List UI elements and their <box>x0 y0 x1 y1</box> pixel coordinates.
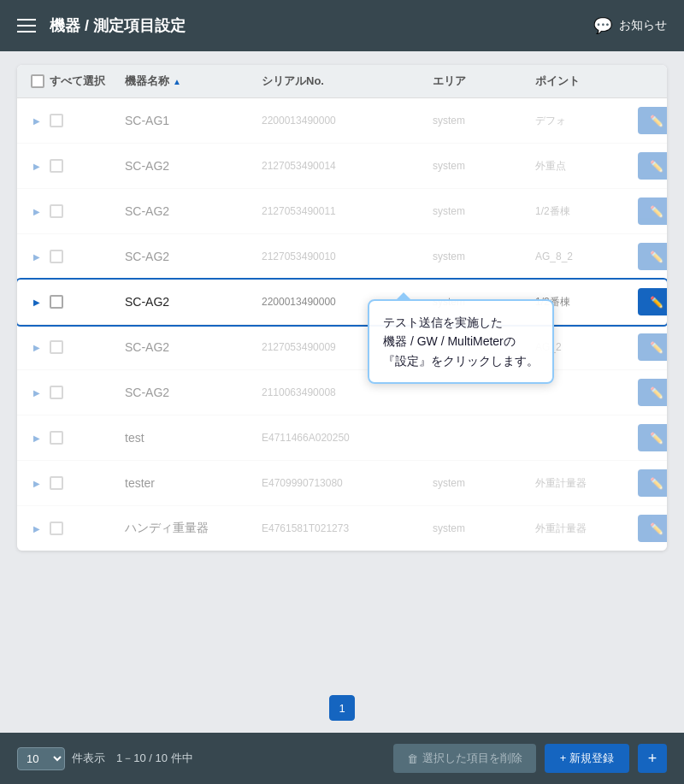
device-name-cell: SC-AG2 <box>125 204 262 218</box>
new-registration-button[interactable]: + 新規登録 <box>545 744 629 773</box>
point-cell: 外重計量器 <box>535 522 638 536</box>
setting-button[interactable]: ✏️ 設定 <box>638 515 667 542</box>
setting-button[interactable]: ✏️ 設定 <box>638 152 667 180</box>
serial-no-cell: E4711466A020250 <box>262 432 433 444</box>
setting-button[interactable]: ✏️ 設定 <box>638 379 667 406</box>
edit-icon: ✏️ <box>650 205 663 218</box>
row-checkbox[interactable] <box>50 295 63 309</box>
serial-no-cell: 2127053490011 <box>262 205 433 217</box>
bottom-left: 10 25 50 100 件表示 1－10 / 10 件中 <box>17 747 193 770</box>
table-row: ▶ SC-AG2 2127053490009 AG_2 ✏️ 設定 <box>17 325 667 370</box>
delete-label: 選択した項目を削除 <box>422 751 522 766</box>
setting-button[interactable]: ✏️ 設定 <box>638 107 667 134</box>
row-checkbox[interactable] <box>50 476 63 490</box>
delete-button[interactable]: 🗑 選択した項目を削除 <box>393 744 536 773</box>
row-controls: ▶ <box>31 476 125 490</box>
row-controls: ▶ <box>31 295 125 309</box>
expand-button[interactable]: ▶ <box>31 432 43 444</box>
table-row: ▶ SC-AG2 2127053490014 system 外重点 ✏️ 設定 <box>17 144 667 189</box>
expand-button[interactable]: ▶ <box>31 115 43 127</box>
action-cell: ✏️ 設定 <box>638 152 667 180</box>
row-checkbox[interactable] <box>50 250 63 263</box>
row-controls: ▶ <box>31 340 125 354</box>
expand-button[interactable]: ▶ <box>31 477 43 489</box>
device-name-cell: SC-AG2 <box>125 295 262 309</box>
area-cell: system <box>433 205 535 217</box>
edit-icon: ✏️ <box>650 160 663 173</box>
setting-button[interactable]: ✏️ 設定 <box>638 197 667 225</box>
row-checkbox[interactable] <box>50 431 63 445</box>
setting-button[interactable]: ✏️ 設定 <box>638 243 667 270</box>
table-row: ▶ SC-AG2 2127053490010 system AG_8_2 ✏️ … <box>17 234 667 280</box>
row-controls: ▶ <box>31 114 125 127</box>
setting-button[interactable]: ✏️ 設定 <box>638 333 667 361</box>
table-row: ▶ SC-AG2 2200013490000 system 1/2番棟 ✏️ 設… <box>17 280 667 325</box>
expand-button[interactable]: ▶ <box>31 522 43 534</box>
expand-button[interactable]: ▶ <box>31 251 43 262</box>
edit-icon: ✏️ <box>650 115 663 127</box>
area-cell: system <box>433 251 535 262</box>
notification-button[interactable]: 💬 お知らせ <box>593 16 667 35</box>
action-cell: ✏️ 設定 <box>638 107 667 134</box>
serial-header: シリアルNo. <box>262 74 433 89</box>
device-table: すべて選択 機器名称 ▲ シリアルNo. エリア ポイント <box>17 65 667 551</box>
row-controls: ▶ <box>31 522 125 535</box>
expand-button[interactable]: ▶ <box>31 160 43 172</box>
row-checkbox[interactable] <box>50 386 63 399</box>
expand-button[interactable]: ▶ <box>31 341 43 353</box>
plus-button[interactable]: + <box>638 744 667 773</box>
select-all-header: すべて選択 <box>31 74 125 89</box>
action-header <box>638 74 653 89</box>
point-cell: デフォ <box>535 114 638 128</box>
area-header: エリア <box>433 74 535 89</box>
tooltip-text: テスト送信を実施した機器 / GW / MultiMeterの『設定』をクリック… <box>383 315 539 368</box>
action-cell: ✏️ 設定 <box>638 515 667 542</box>
edit-icon: ✏️ <box>650 386 663 399</box>
serial-no-cell: 2127053490014 <box>262 160 433 172</box>
serial-no-cell: 2110063490008 <box>262 386 433 398</box>
hamburger-icon[interactable] <box>17 19 36 32</box>
page-size-select[interactable]: 10 25 50 100 <box>17 747 65 770</box>
edit-icon: ✏️ <box>650 341 663 354</box>
page-button-1[interactable]: 1 <box>329 695 355 721</box>
row-controls: ▶ <box>31 386 125 399</box>
table-rows-container: ▶ SC-AG1 2200013490000 system デフォ ✏️ 設定 … <box>17 98 667 551</box>
row-controls: ▶ <box>31 431 125 445</box>
action-cell: ✏️ 設定 <box>638 333 667 361</box>
expand-button[interactable]: ▶ <box>31 296 43 308</box>
table-row: ▶ test E4711466A020250 ✏️ 設定 <box>17 416 667 461</box>
area-cell: system <box>433 477 535 489</box>
expand-button[interactable]: ▶ <box>31 205 43 217</box>
row-checkbox[interactable] <box>50 114 63 127</box>
table-row: ▶ SC-AG2 2127053490011 system 1/2番棟 ✏️ 設… <box>17 189 667 234</box>
point-header: ポイント <box>535 74 638 89</box>
area-cell: system <box>433 522 535 534</box>
table-row: ▶ ハンディ重量器 E4761581T021273 system 外重計量器 ✏… <box>17 506 667 551</box>
setting-button[interactable]: ✏️ 設定 <box>638 424 667 451</box>
row-checkbox[interactable] <box>50 204 63 218</box>
row-checkbox[interactable] <box>50 522 63 535</box>
new-reg-label: + 新規登録 <box>560 751 614 766</box>
row-controls: ▶ <box>31 204 125 218</box>
edit-icon: ✏️ <box>650 477 663 490</box>
expand-button[interactable]: ▶ <box>31 386 43 398</box>
action-cell: ✏️ 設定 <box>638 469 667 497</box>
serial-no-cell: 2127053490010 <box>262 251 433 262</box>
row-checkbox[interactable] <box>50 159 63 173</box>
point-cell: 外重計量器 <box>535 476 638 491</box>
device-name-cell: test <box>125 431 262 445</box>
setting-button[interactable]: ✏️ 設定 <box>638 469 667 497</box>
row-checkbox[interactable] <box>50 340 63 354</box>
main-content: すべて選択 機器名称 ▲ シリアルNo. エリア ポイント <box>0 51 684 687</box>
edit-icon: ✏️ <box>650 432 663 445</box>
select-all-checkbox[interactable] <box>31 74 44 88</box>
header: 機器 / 測定項目設定 💬 お知らせ <box>0 0 684 51</box>
notification-label: お知らせ <box>619 18 667 33</box>
bottom-bar: 10 25 50 100 件表示 1－10 / 10 件中 🗑 選択した項目を削… <box>0 733 684 784</box>
pagination: 1 <box>0 687 684 733</box>
area-cell: system <box>433 160 535 172</box>
device-name-cell: SC-AG2 <box>125 159 262 173</box>
setting-button[interactable]: ✏️ 設定 <box>638 288 667 315</box>
delete-icon: 🗑 <box>407 752 418 765</box>
select-all-label: すべて選択 <box>50 74 105 89</box>
